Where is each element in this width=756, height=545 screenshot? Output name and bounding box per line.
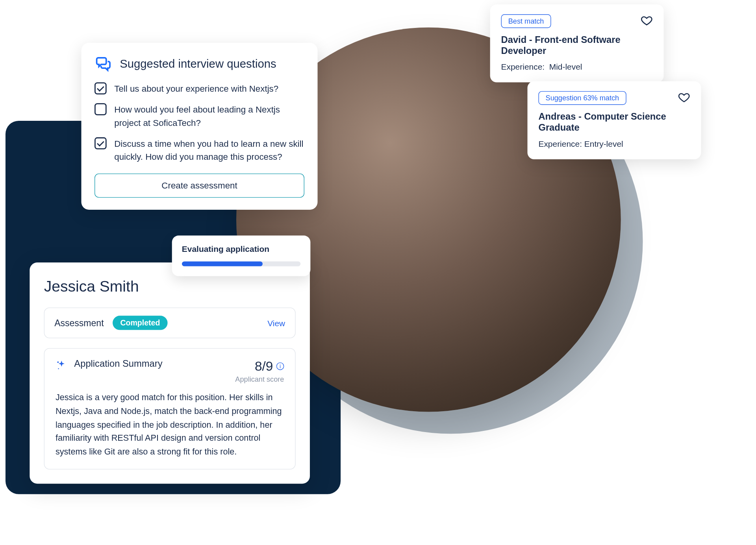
heart-icon[interactable] <box>678 91 690 103</box>
progress-bar <box>182 261 300 266</box>
assessment-label: Assessment <box>54 318 104 328</box>
suggested-questions-card: Suggested interview questions Tell us ab… <box>82 43 318 210</box>
match-badge: Suggestion 63% match <box>538 91 626 105</box>
applicant-card: Jessica Smith Assessment Completed View … <box>30 262 310 484</box>
chat-bubbles-icon <box>94 55 112 73</box>
match-badge: Best match <box>501 14 551 28</box>
svg-point-1 <box>58 368 59 369</box>
assessment-row: Assessment Completed View <box>44 307 296 338</box>
question-text: How would you feel about leading a Nextj… <box>114 103 304 129</box>
application-summary-box: Application Summary 8/9 i Applicant scor… <box>44 348 296 469</box>
evaluating-card: Evaluating application <box>172 236 311 276</box>
question-checkbox[interactable] <box>94 137 107 150</box>
applicant-score: 8/9 <box>255 358 273 374</box>
candidate-name: David - Front-end Software Developer <box>501 35 653 57</box>
status-badge: Completed <box>113 316 168 330</box>
summary-text: Jessica is a very good match for this po… <box>56 391 284 459</box>
heart-icon[interactable] <box>641 14 653 26</box>
score-label: Applicant score <box>235 375 284 383</box>
question-item: Tell us about your experience with Nextj… <box>94 82 304 95</box>
svg-point-0 <box>57 361 59 363</box>
summary-title: Application Summary <box>74 358 228 369</box>
questions-card-title: Suggested interview questions <box>120 57 276 70</box>
question-item: Discuss a time when you had to learn a n… <box>94 137 304 164</box>
candidate-name: Andreas - Computer Science Graduate <box>538 111 690 133</box>
question-text: Tell us about your experience with Nextj… <box>114 82 278 95</box>
candidate-experience: Experience: Mid-level <box>501 62 653 72</box>
candidate-match-card: Best match David - Front-end Software De… <box>490 4 664 82</box>
info-icon[interactable]: i <box>276 362 284 370</box>
view-link[interactable]: View <box>267 318 285 328</box>
create-assessment-button[interactable]: Create assessment <box>94 174 304 198</box>
candidate-experience: Experience: Entry-level <box>538 139 690 148</box>
sparkle-icon <box>56 360 68 372</box>
evaluating-title: Evaluating application <box>182 244 300 254</box>
progress-fill <box>182 261 263 266</box>
question-text: Discuss a time when you had to learn a n… <box>114 137 304 164</box>
question-item: How would you feel about leading a Nextj… <box>94 103 304 129</box>
candidate-match-card: Suggestion 63% match Andreas - Computer … <box>528 81 701 159</box>
applicant-name: Jessica Smith <box>44 278 296 296</box>
question-checkbox[interactable] <box>94 103 107 115</box>
question-checkbox[interactable] <box>94 82 107 94</box>
